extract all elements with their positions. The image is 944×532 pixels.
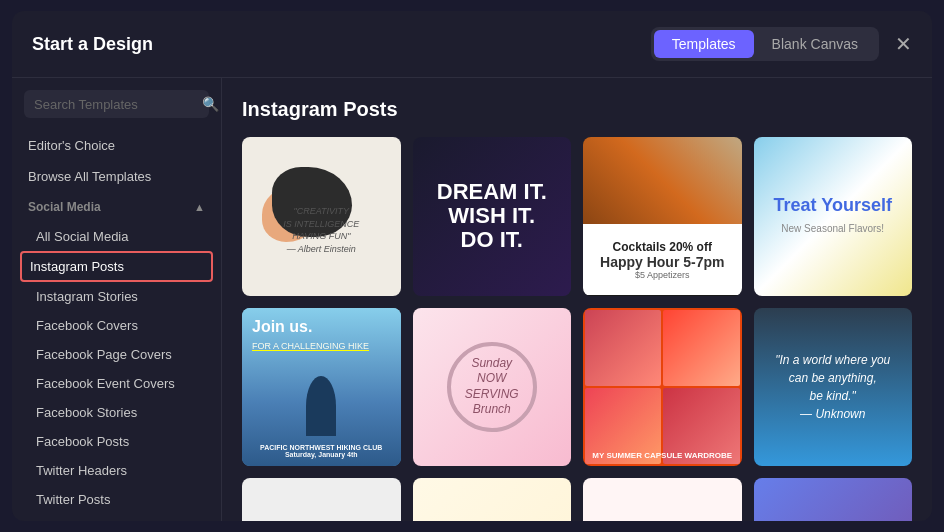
sidebar-item-browse-all[interactable]: Browse All Templates [12,161,221,192]
sidebar-item-facebook-event-covers[interactable]: Facebook Event Covers [12,369,221,398]
sidebar-item-instagram-stories[interactable]: Instagram Stories [12,282,221,311]
tab-blank-canvas[interactable]: Blank Canvas [754,30,876,58]
sidebar-item-editors-choice[interactable]: Editor's Choice [12,130,221,161]
sidebar-item-all-social-media[interactable]: All Social Media [12,222,221,251]
template-card-11[interactable]: THANK YOU FOR [583,478,742,521]
template-card-8[interactable]: "In a world where youcan be anything,be … [754,308,913,467]
sidebar: 🔍 Editor's Choice Browse All Templates S… [12,78,222,521]
template-card-4[interactable]: Treat YourselfNew Seasonal Flavors! [754,137,913,296]
search-box: 🔍 [24,90,209,118]
card-food-title: Cocktails 20% off [613,240,712,254]
template-card-6[interactable]: SundayNOW SERVINGBrunch [413,308,572,467]
section-title: Instagram Posts [242,98,912,121]
sidebar-item-youtube-thumbnails[interactable]: YouTube Thumbnails [12,514,221,521]
modal-title: Start a Design [32,34,153,55]
sidebar-item-twitter-headers[interactable]: Twitter Headers [12,456,221,485]
modal-body: 🔍 Editor's Choice Browse All Templates S… [12,78,932,521]
sidebar-item-twitter-posts[interactable]: Twitter Posts [12,485,221,514]
tab-group: Templates Blank Canvas [651,27,879,61]
template-card-3[interactable]: Cocktails 20% off Happy Hour 5-7pm $5 Ap… [583,137,742,296]
card-brunch-text: SundayNOW SERVINGBrunch [451,356,533,418]
card-wardrobe-img-2 [663,310,739,386]
template-card-9[interactable]: GIVEAWAY [242,478,401,521]
card-food-image [583,137,742,224]
sidebar-item-facebook-covers[interactable]: Facebook Covers [12,311,221,340]
card-mountain-text: DREAM IT.WISH IT.DO IT. [437,180,547,253]
template-card-2[interactable]: DREAM IT.WISH IT.DO IT. [413,137,572,296]
card-quote-text: "CREATIVITYIS INTELLIGENCEHAVING FUN"— A… [262,205,381,255]
card-food-sub: $5 Appetizers [635,270,690,280]
card-wardrobe-footer: MY SUMMER CAPSULE WARDROBE [583,451,742,460]
sidebar-item-facebook-stories[interactable]: Facebook Stories [12,398,221,427]
modal-header: Start a Design Templates Blank Canvas ✕ [12,11,932,78]
card-quote2-text: "In a world where youcan be anything,be … [775,351,890,423]
sidebar-item-instagram-posts[interactable]: Instagram Posts [20,251,213,282]
tab-templates[interactable]: Templates [654,30,754,58]
card-icecream-text: Treat YourselfNew Seasonal Flavors! [774,195,892,238]
template-card-7[interactable]: MY SUMMER CAPSULE WARDROBE [583,308,742,467]
chevron-up-icon: ▲ [194,201,205,213]
sidebar-section-social-media: Social Media ▲ [12,192,221,222]
sidebar-item-facebook-page-covers[interactable]: Facebook Page Covers [12,340,221,369]
template-grid: "CREATIVITYIS INTELLIGENCEHAVING FUN"— A… [242,137,912,521]
card-food-headline: Happy Hour 5-7pm [600,254,724,270]
card-food-bottom: Cocktails 20% off Happy Hour 5-7pm $5 Ap… [583,224,742,295]
card-hike-footer: PACIFIC NORTHWEST HIKING CLUBSaturday, J… [242,444,401,458]
modal: Start a Design Templates Blank Canvas ✕ … [12,11,932,521]
card-brunch-circle: SundayNOW SERVINGBrunch [447,342,537,432]
sidebar-item-facebook-posts[interactable]: Facebook Posts [12,427,221,456]
template-card-12[interactable]: Mother's Day Special! [754,478,913,521]
close-button[interactable]: ✕ [895,34,912,54]
main-content: Instagram Posts "CREATIVITYIS INTELLIGEN… [222,78,932,521]
hiker-silhouette [306,376,336,436]
card-wardrobe-img-1 [585,310,661,386]
template-card-5[interactable]: Join us.FOR A CHALLENGING HIKE PACIFIC N… [242,308,401,467]
search-input[interactable] [34,97,202,112]
template-card-1[interactable]: "CREATIVITYIS INTELLIGENCEHAVING FUN"— A… [242,137,401,296]
template-card-10[interactable]: BLUE JAY BAR & PUB [413,478,572,521]
search-icon: 🔍 [202,96,219,112]
card-hike-title: Join us.FOR A CHALLENGING HIKE [252,318,369,353]
